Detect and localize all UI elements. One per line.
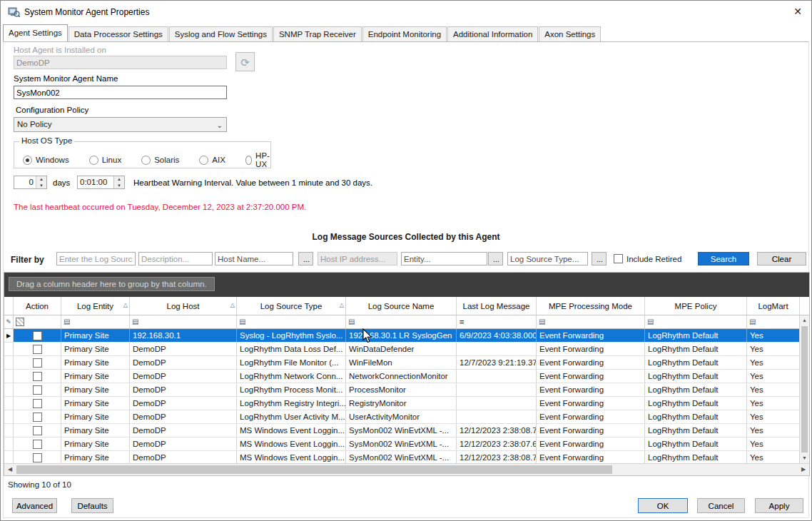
vertical-scrollbar[interactable]: ▲ ▼ bbox=[799, 315, 809, 463]
column-header-action[interactable]: Action bbox=[14, 297, 61, 315]
close-icon[interactable]: ✕ bbox=[793, 6, 802, 17]
horizontal-scrollbar[interactable]: ◀ ▶ bbox=[4, 463, 809, 475]
current-row-arrow-icon: ▶ bbox=[6, 333, 11, 339]
filter-cell-last-log-message[interactable]: = bbox=[457, 315, 537, 328]
column-header-log-source-type[interactable]: Log Source Type△ bbox=[237, 297, 346, 315]
os-radio-aix[interactable]: AIX bbox=[199, 151, 225, 168]
checkbox-filter-icon[interactable] bbox=[16, 318, 24, 326]
tab-axon-settings[interactable]: Axon Settings bbox=[539, 26, 601, 41]
filter-condition-icon[interactable]: ▤ bbox=[647, 318, 654, 325]
stepper-arrows-icon[interactable]: ▲▼ bbox=[113, 176, 124, 188]
scroll-down-icon[interactable]: ▼ bbox=[800, 453, 809, 463]
vertical-scroll-thumb[interactable] bbox=[801, 326, 808, 452]
row-checkbox[interactable] bbox=[33, 399, 42, 408]
row-checkbox[interactable] bbox=[33, 372, 42, 381]
filter-condition-icon[interactable]: ▤ bbox=[348, 318, 355, 325]
radio-icon[interactable] bbox=[141, 156, 151, 165]
filter-cell-log-entity[interactable]: ▤ bbox=[61, 315, 130, 328]
entity-filter-input[interactable] bbox=[401, 252, 487, 265]
column-header-mpe-policy[interactable]: MPE Policy bbox=[645, 297, 747, 315]
column-header-log-host[interactable]: Log Host△ bbox=[130, 297, 237, 315]
search-button[interactable]: Search bbox=[698, 252, 749, 265]
scroll-right-icon[interactable]: ▶ bbox=[798, 464, 809, 475]
filter-condition-icon[interactable]: ▤ bbox=[132, 318, 138, 325]
advanced-button[interactable]: Advanced bbox=[12, 498, 57, 513]
table-row[interactable]: Primary SiteDemoDPLogRhythm Network Conn… bbox=[4, 370, 809, 383]
entity-browse-button[interactable]: ... bbox=[488, 252, 503, 265]
row-selector-cell bbox=[4, 343, 14, 355]
refresh-host-button[interactable]: ⟳ bbox=[235, 52, 255, 71]
include-retired-checkbox[interactable] bbox=[614, 254, 623, 263]
filter-cell-log-host[interactable]: ▤ bbox=[130, 315, 237, 328]
filter-cell-log-source-type[interactable]: ▤ bbox=[237, 315, 346, 328]
column-header-last-log-message[interactable]: Last Log Message bbox=[457, 297, 537, 315]
cell-host: DemoDP bbox=[130, 437, 237, 450]
os-radio-solaris[interactable]: Solaris bbox=[141, 151, 179, 168]
equals-filter-icon[interactable]: = bbox=[459, 318, 464, 326]
interval-stepper[interactable]: 0:01:00 ▲▼ bbox=[77, 176, 125, 189]
filter-condition-icon[interactable]: ▤ bbox=[749, 318, 756, 325]
tab-syslog-and-flow-settings[interactable]: Syslog and Flow Settings bbox=[169, 26, 273, 41]
scroll-left-icon[interactable]: ◀ bbox=[4, 464, 16, 475]
radio-icon[interactable] bbox=[89, 156, 98, 165]
log-source-filter-input[interactable] bbox=[56, 252, 136, 265]
os-radio-windows[interactable]: Windows bbox=[23, 151, 69, 168]
filter-cell-mpe-processing-mode[interactable]: ▤ bbox=[537, 315, 645, 328]
row-selector-cell bbox=[4, 383, 14, 396]
row-checkbox[interactable] bbox=[33, 413, 42, 422]
days-stepper[interactable]: 0 ▲▼ bbox=[14, 176, 47, 189]
tab-data-processor-settings[interactable]: Data Processor Settings bbox=[68, 26, 168, 41]
os-radio-hp-ux[interactable]: HP-UX bbox=[245, 151, 273, 168]
apply-button[interactable]: Apply bbox=[755, 498, 803, 513]
stepper-arrows-icon[interactable]: ▲▼ bbox=[36, 176, 46, 188]
table-row[interactable]: Primary SiteDemoDPLogRhythm File Monitor… bbox=[4, 356, 809, 370]
log-source-type-browse-button[interactable]: ... bbox=[592, 252, 607, 265]
radio-icon[interactable] bbox=[245, 156, 252, 165]
table-row[interactable]: Primary SiteDemoDPMS Windows Event Loggi… bbox=[4, 437, 809, 451]
row-checkbox[interactable] bbox=[33, 453, 42, 462]
column-header-log-entity[interactable]: Log Entity△ bbox=[61, 297, 130, 315]
row-checkbox[interactable] bbox=[33, 385, 42, 395]
tab-additional-information[interactable]: Additional Information bbox=[447, 26, 538, 41]
scroll-up-icon[interactable]: ▲ bbox=[800, 315, 809, 325]
host-name-filter-input[interactable] bbox=[215, 252, 293, 265]
defaults-button[interactable]: Defaults bbox=[71, 498, 113, 513]
filter-condition-icon[interactable]: ▤ bbox=[539, 318, 545, 325]
row-checkbox[interactable] bbox=[33, 426, 42, 435]
horizontal-scroll-thumb[interactable] bbox=[16, 465, 612, 474]
log-source-type-filter-input[interactable] bbox=[507, 252, 588, 265]
clear-button[interactable]: Clear bbox=[757, 252, 806, 265]
row-checkbox[interactable] bbox=[33, 440, 42, 449]
ok-button[interactable]: OK bbox=[638, 498, 688, 513]
table-row[interactable]: ▶Primary Site192.168.30.1Syslog - LogRhy… bbox=[4, 329, 809, 343]
description-filter-input[interactable] bbox=[138, 252, 213, 265]
row-checkbox[interactable] bbox=[33, 331, 42, 340]
row-checkbox[interactable] bbox=[33, 358, 42, 368]
table-row[interactable]: Primary SiteDemoDPLogRhythm User Activit… bbox=[4, 410, 809, 424]
tab-snmp-trap-receiver[interactable]: SNMP Trap Receiver bbox=[273, 26, 362, 41]
filter-cell-action[interactable] bbox=[14, 315, 61, 328]
agent-name-field[interactable] bbox=[14, 86, 227, 99]
column-header-mpe-processing-mode[interactable]: MPE Processing Mode bbox=[537, 297, 645, 315]
os-radio-linux[interactable]: Linux bbox=[89, 151, 122, 168]
host-name-browse-button[interactable]: ... bbox=[298, 252, 313, 265]
column-header-log-source-name[interactable]: Log Source Name bbox=[346, 297, 457, 315]
radio-icon[interactable] bbox=[199, 156, 208, 165]
table-row[interactable]: Primary SiteDemoDPMS Windows Event Loggi… bbox=[4, 424, 809, 437]
filter-cell-mpe-policy[interactable]: ▤ bbox=[645, 315, 747, 328]
tab-endpoint-monitoring[interactable]: Endpoint Monitoring bbox=[362, 26, 447, 41]
table-row[interactable]: Primary SiteDemoDPLogRhythm Registry Int… bbox=[4, 397, 809, 410]
filter-cell-log-source-name[interactable]: ▤ bbox=[346, 315, 457, 328]
filter-condition-icon[interactable]: ▤ bbox=[64, 318, 70, 325]
filter-cell-logmart[interactable]: ▤ bbox=[747, 315, 800, 328]
radio-icon[interactable] bbox=[23, 156, 32, 165]
cancel-button[interactable]: Cancel bbox=[697, 498, 745, 513]
config-policy-dropdown[interactable]: No Policy ⌄ bbox=[14, 117, 227, 132]
row-checkbox[interactable] bbox=[33, 345, 42, 354]
table-row[interactable]: Primary SiteDemoDPLogRhythm Data Loss De… bbox=[4, 343, 809, 356]
table-row[interactable]: Primary SiteDemoDPLogRhythm Process Moni… bbox=[4, 383, 809, 397]
filter-condition-icon[interactable]: ▤ bbox=[239, 318, 245, 325]
column-header-logmart[interactable]: LogMart bbox=[747, 297, 800, 315]
tab-agent-settings[interactable]: Agent Settings bbox=[3, 24, 68, 41]
group-by-bar[interactable]: Drag a column header here to group by th… bbox=[4, 273, 809, 297]
